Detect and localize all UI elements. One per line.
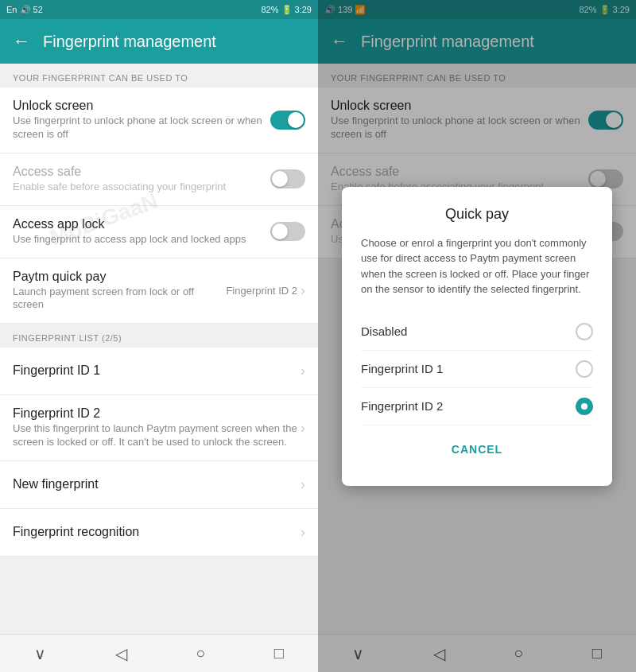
left-paytm-subtitle: Launch payment screen from lock or off s… <box>13 286 226 313</box>
left-content: MoBiGaaN YOUR FINGERPRINT CAN BE USED TO… <box>0 64 318 634</box>
left-status-right: 82% 🔋 3:29 <box>261 5 312 15</box>
left-paytm-title: Paytm quick pay <box>13 270 226 284</box>
left-unlock-screen-item[interactable]: Unlock screen Use fingerprint to unlock … <box>0 87 318 153</box>
quick-pay-dialog: Quick pay Choose or enrol a fingerprint … <box>342 187 612 486</box>
left-fp2-title: Fingerprint ID 2 <box>13 406 301 421</box>
left-header: ← Fingerprint management <box>0 19 318 64</box>
left-nav-back[interactable]: ◁ <box>115 644 127 663</box>
radio-option-fp1[interactable]: Fingerprint ID 1 <box>361 351 593 388</box>
dialog-cancel-button[interactable]: CANCEL <box>361 432 593 467</box>
left-new-fp-title: New fingerprint <box>13 477 301 491</box>
radio-label-fp2: Fingerprint ID 2 <box>361 399 443 413</box>
left-status-left: En 🔊 52 <box>6 5 43 15</box>
left-fp1-title: Fingerprint ID 1 <box>13 363 301 378</box>
left-paytm-value: Fingerprint ID 2 <box>226 285 297 297</box>
left-app-lock-toggle[interactable] <box>270 222 305 241</box>
left-access-safe-toggle-knob <box>272 171 288 187</box>
left-nav-recent[interactable]: □ <box>274 644 284 662</box>
left-section1-header: YOUR FINGERPRINT CAN BE USED TO <box>0 64 318 87</box>
left-unlock-toggle-knob <box>288 112 304 128</box>
left-paytm-item[interactable]: Paytm quick pay Launch payment screen fr… <box>0 258 318 324</box>
left-access-safe-subtitle: Enable safe before associating your fing… <box>13 181 270 194</box>
left-fp-recognition-item[interactable]: Fingerprint recognition › <box>0 509 318 557</box>
left-fp2-item[interactable]: Fingerprint ID 2 Use this fingerprint to… <box>0 395 318 461</box>
left-access-safe-toggle[interactable] <box>270 169 305 188</box>
left-app-lock-title: Access app lock <box>13 217 270 231</box>
left-nav-bar: ∨ ◁ ○ □ <box>0 634 318 672</box>
dialog-description: Choose or enrol a fingerprint you don't … <box>361 235 593 297</box>
left-new-fp-chevron: › <box>301 476 305 493</box>
dialog-overlay: Quick pay Choose or enrol a fingerprint … <box>318 0 636 672</box>
radio-option-fp2[interactable]: Fingerprint ID 2 <box>361 388 593 425</box>
radio-label-disabled: Disabled <box>361 324 407 338</box>
radio-circle-disabled <box>576 323 593 340</box>
left-fp-recognition-title: Fingerprint recognition <box>13 525 301 539</box>
right-panel-wrapper: 🔊 139 📶 82% 🔋 3:29 ← Fingerprint managem… <box>318 0 636 672</box>
left-fp2-subtitle: Use this fingerprint to launch Paytm pay… <box>13 422 301 449</box>
left-section2-header: FINGERPRINT LIST (2/5) <box>0 324 318 348</box>
left-status-bar: En 🔊 52 82% 🔋 3:29 <box>0 0 318 19</box>
radio-option-disabled[interactable]: Disabled <box>361 313 593 351</box>
radio-label-fp1: Fingerprint ID 1 <box>361 362 443 375</box>
left-paytm-chevron: › <box>301 282 305 299</box>
left-panel: En 🔊 52 82% 🔋 3:29 ← Fingerprint managem… <box>0 0 318 672</box>
left-fp1-item[interactable]: Fingerprint ID 1 › <box>0 348 318 395</box>
radio-circle-fp2 <box>576 398 593 415</box>
left-new-fp-item[interactable]: New fingerprint › <box>0 461 318 509</box>
left-access-safe-item[interactable]: Access safe Enable safe before associati… <box>0 153 318 206</box>
left-unlock-title: Unlock screen <box>13 99 270 113</box>
left-nav-home[interactable]: ○ <box>196 644 205 662</box>
left-fp-recognition-chevron: › <box>301 524 305 541</box>
left-unlock-toggle[interactable] <box>270 111 305 130</box>
left-back-button[interactable]: ← <box>13 31 30 52</box>
left-app-lock-toggle-knob <box>272 223 288 239</box>
dialog-title: Quick pay <box>361 206 593 223</box>
left-access-safe-title: Access safe <box>13 165 270 179</box>
left-header-title: Fingerprint management <box>43 33 216 51</box>
left-app-lock-item[interactable]: Access app lock Use fingerprint to acces… <box>0 206 318 258</box>
radio-circle-fp1 <box>576 360 593 378</box>
left-app-lock-subtitle: Use fingerprint to access app lock and l… <box>13 233 270 247</box>
left-fp1-chevron: › <box>301 363 305 379</box>
left-unlock-subtitle: Use fingerprint to unlock phone at lock … <box>13 115 270 142</box>
left-nav-down[interactable]: ∨ <box>34 644 46 663</box>
left-fp2-chevron: › <box>301 420 305 437</box>
